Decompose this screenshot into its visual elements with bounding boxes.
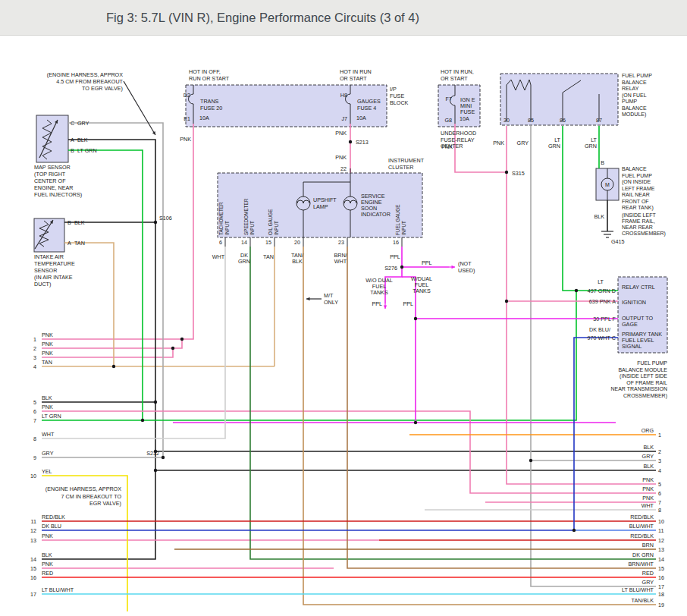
- instrument-cluster-caption: CLUSTER: [388, 164, 414, 171]
- instrument-cluster-caption: INSTRUMENT: [388, 157, 425, 164]
- gauges-fuse-amps: 10A: [356, 115, 366, 121]
- right-wire-label: PNK: [642, 486, 654, 492]
- wire-brnwht-pin23: [347, 247, 656, 568]
- lbl-wo-dual-fuel-tanks: TANKS: [370, 289, 388, 296]
- junction-dot: [572, 529, 576, 532]
- right-pin-number: 1: [658, 432, 661, 438]
- fuel-pump-balance-relay-caption: (ON FUEL: [622, 93, 647, 99]
- wire-ppl-w-dual: [402, 277, 618, 319]
- title-bar: Fig 3: 5.7L (VIN R), Engine Performance …: [0, 0, 687, 36]
- map-sensor-caption: MAP SENSOR: [34, 164, 71, 171]
- iat-sensor-caption: DUCT): [34, 281, 51, 288]
- wire-pnk-row2: [42, 339, 182, 348]
- junction-dot: [575, 289, 578, 292]
- gauges-fuse-4: FUSE 4: [357, 105, 376, 112]
- lbl-ppl-notused: PPL: [422, 259, 432, 266]
- left-pin-number: 2: [33, 345, 36, 352]
- lbl-tanblk-pin20: BLK: [292, 258, 303, 265]
- right-wire-label: TAN/BLK: [632, 597, 654, 604]
- left-pin-number: 4: [33, 363, 36, 370]
- lbl-g415: G415: [611, 238, 625, 245]
- lbl-tan-pin15: TAN: [263, 253, 274, 260]
- left-pin-number: 8: [33, 435, 36, 442]
- left-wire-label: PNK: [42, 561, 53, 567]
- junction-dot: [141, 419, 144, 422]
- right-pin-number: 3: [658, 457, 661, 464]
- ckt-497-grn-d: 497 GRN D: [588, 288, 616, 294]
- map-pin-c-color: GRY: [77, 120, 89, 127]
- map-pin-c: C: [71, 120, 74, 127]
- map-sensor-caption: CENTER OF: [34, 178, 66, 184]
- iat-pin-b: B: [67, 219, 71, 226]
- wire-pnk-row6: [42, 411, 656, 493]
- fuel-pump-balance-module-caption: CROSSMEMBER): [623, 393, 667, 399]
- ckt-639-pnk-a: 639 PNK A: [589, 298, 616, 305]
- junction-dot: [162, 456, 165, 459]
- left-pin-number: 15: [30, 565, 36, 572]
- junction-dot: [171, 347, 174, 350]
- map-sensor-caption: (TOP RIGHT: [34, 171, 66, 178]
- ckt-lt: LT: [598, 278, 604, 285]
- right-wire-label: ORG: [642, 427, 654, 434]
- wire-blk-down: [42, 402, 155, 559]
- right-pin-number: 16: [658, 574, 664, 581]
- ground-location-caption: (INSIDE LEFT: [622, 212, 656, 218]
- pin-d2: D2: [184, 92, 190, 99]
- map-sensor-box: [36, 115, 68, 162]
- iat-sensor-caption: (IN AIR INTAKE: [34, 274, 73, 281]
- left-pin-number: 5: [33, 399, 36, 406]
- page: { "header": { "title": "Fig 3: 5.7L (VIN…: [0, 0, 687, 616]
- module-primary-tank: SIGNAL: [622, 343, 642, 350]
- left-wire-label: PNK: [42, 533, 53, 539]
- left-wire-label: GRY: [42, 450, 54, 457]
- left-wire-label: DK BLU: [42, 523, 61, 530]
- lbl-oil-gauge-input: INPUT: [274, 221, 279, 235]
- lbl-dkgrn-pin14: GRN: [238, 258, 250, 265]
- left-wire-label: BLK: [42, 552, 52, 558]
- pin-g8: G8: [444, 117, 452, 124]
- junction-dot: [180, 338, 184, 341]
- right-pin-number: 10: [658, 518, 664, 525]
- right-wire-label: BLK: [643, 444, 654, 451]
- lbl-tachometer-input: INPUT: [224, 221, 230, 235]
- ign-e-mini-fuse: FUSE: [460, 108, 475, 115]
- junction-dot: [414, 317, 417, 320]
- cluster-pin-23: 23: [338, 239, 344, 246]
- right-pin-number: 8: [658, 507, 661, 514]
- lbl-pnk-relay30: PNK: [493, 140, 504, 146]
- hot-in-off-run-or-start: RUN OR START: [189, 75, 230, 82]
- right-pin-number: 13: [658, 546, 664, 553]
- junction-dot: [505, 300, 508, 303]
- right-pin-number: 14: [658, 556, 664, 563]
- lbl-mt-only: ONLY: [324, 299, 338, 306]
- balance-fuel-pump-caption: BALANCE: [622, 166, 647, 171]
- right-wire-label: LT BLU/WHT: [622, 586, 654, 593]
- relay-pin-86: 86: [560, 117, 566, 124]
- ip-fuse-block: BLOCK: [390, 99, 409, 106]
- iat-pin-b-color: BLK: [74, 219, 85, 226]
- cluster-pin-15: 15: [265, 239, 271, 246]
- right-wire-label: RED/BLK: [630, 533, 654, 539]
- junction-dot: [154, 221, 157, 224]
- left-wire-label: RED: [42, 570, 53, 577]
- right-wire-label: GRY: [642, 453, 654, 460]
- junction-dot: [414, 421, 417, 424]
- lbl-ppl-wo-branch: PPL: [372, 300, 382, 307]
- left-wire-label: LT BLU/WHT: [42, 586, 74, 593]
- relay-pin-30: 30: [503, 117, 510, 124]
- lbl-upshift-lamp: LAMP: [313, 203, 328, 210]
- fuel-pump-balance-relay-caption: BALANCE: [622, 105, 647, 111]
- balance-fuel-pump-caption: LEFT FRAME: [622, 186, 655, 191]
- right-wire-label: PNK: [642, 495, 654, 501]
- map-pin-b: B: [71, 147, 74, 154]
- left-pin-number: 6: [33, 408, 36, 415]
- lbl-pnk-j7-upper: PNK: [335, 130, 347, 137]
- right-wire-label: BLK: [643, 463, 654, 470]
- fuel-pump-balance-module-caption: FUEL PUMP: [637, 360, 667, 366]
- fuel-pump-balance-relay-caption: RELAY: [622, 86, 639, 91]
- fuel-pump-balance-module-caption: NEAR TRANSMISSION: [610, 386, 667, 391]
- iat-sensor-caption: INTAKE AIR: [34, 253, 64, 260]
- wiring-diagram: (ENGINE HARNESS, APPROX4.5 CM FROM BREAK…: [0, 0, 687, 616]
- right-wire-label: BRN/WHT: [628, 561, 654, 567]
- right-wire-label: WHT: [642, 502, 654, 509]
